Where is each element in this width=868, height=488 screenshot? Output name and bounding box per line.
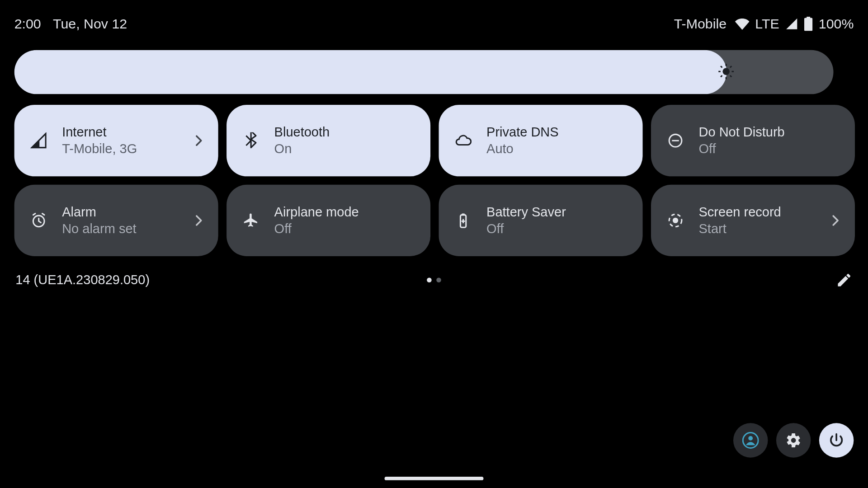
page-dot <box>427 278 432 283</box>
page-dot <box>436 278 441 283</box>
tile-title: Do Not Disturb <box>698 124 784 140</box>
wifi-icon <box>735 17 750 31</box>
battery-icon <box>804 17 812 31</box>
chevron-right-icon <box>191 213 206 228</box>
svg-line-5 <box>721 66 722 67</box>
tile-private-dns[interactable]: Private DNSAuto <box>439 105 643 176</box>
tile-screen-record[interactable]: Screen recordStart <box>651 185 855 256</box>
record-icon <box>666 211 684 230</box>
brightness-fill <box>14 50 727 94</box>
svg-line-7 <box>721 75 722 77</box>
edit-tiles-button[interactable] <box>836 272 853 288</box>
user-switch-button[interactable] <box>733 423 768 457</box>
tile-title: Internet <box>62 124 137 140</box>
tile-sub: Auto <box>486 141 559 157</box>
chevron-right-icon <box>827 213 843 228</box>
svg-line-6 <box>730 75 731 77</box>
quick-settings-footer: 14 (UE1A.230829.050) <box>15 271 852 290</box>
system-buttons <box>733 423 854 457</box>
tile-alarm[interactable]: AlarmNo alarm set <box>14 185 218 256</box>
airplane-icon <box>242 211 260 230</box>
dnd-icon <box>666 131 684 150</box>
cell-signal-icon <box>785 17 798 30</box>
svg-point-10 <box>748 436 753 441</box>
nav-gesture-pill[interactable] <box>385 477 484 480</box>
status-time: 2:00 <box>14 16 41 32</box>
battery-icon <box>454 211 472 230</box>
tile-sub: Off <box>486 221 566 237</box>
status-bar: 2:00 Tue, Nov 12 T-Mobile LTE 100% <box>14 13 854 34</box>
tile-title: Bluetooth <box>274 124 330 140</box>
quick-settings-tiles: InternetT-Mobile, 3GBluetoothOnPrivate D… <box>14 105 855 256</box>
alarm-icon <box>30 211 48 230</box>
tile-do-not-disturb[interactable]: Do Not DisturbOff <box>651 105 855 176</box>
tile-title: Private DNS <box>486 124 559 140</box>
status-network: LTE <box>755 16 779 32</box>
settings-button[interactable] <box>776 423 811 457</box>
signal-icon <box>30 131 48 150</box>
tile-sub: Off <box>274 221 359 237</box>
tile-title: Screen record <box>698 204 781 220</box>
tile-title: Battery Saver <box>486 204 566 220</box>
brightness-icon <box>718 63 736 81</box>
tile-sub: T-Mobile, 3G <box>62 141 137 157</box>
tile-airplane-mode[interactable]: Airplane modeOff <box>226 185 430 256</box>
page-indicator <box>427 278 441 283</box>
status-carrier: T-Mobile <box>674 16 726 32</box>
tile-battery-saver[interactable]: Battery SaverOff <box>439 185 643 256</box>
status-date: Tue, Nov 12 <box>53 16 127 32</box>
tile-sub: Start <box>698 221 781 237</box>
tile-title: Airplane mode <box>274 204 359 220</box>
cloud-icon <box>454 131 472 150</box>
svg-line-8 <box>730 66 731 67</box>
tile-bluetooth[interactable]: BluetoothOn <box>226 105 430 176</box>
power-button[interactable] <box>819 423 854 457</box>
tile-title: Alarm <box>62 204 136 220</box>
tile-internet[interactable]: InternetT-Mobile, 3G <box>14 105 218 176</box>
tile-sub: No alarm set <box>62 221 136 237</box>
build-version: 14 (UE1A.230829.050) <box>15 272 150 288</box>
brightness-slider[interactable] <box>14 50 834 94</box>
tile-sub: Off <box>698 141 784 157</box>
status-battery: 100% <box>819 16 854 32</box>
chevron-right-icon <box>191 133 206 148</box>
bluetooth-icon <box>242 131 260 150</box>
tile-sub: On <box>274 141 330 157</box>
svg-point-0 <box>723 68 730 75</box>
